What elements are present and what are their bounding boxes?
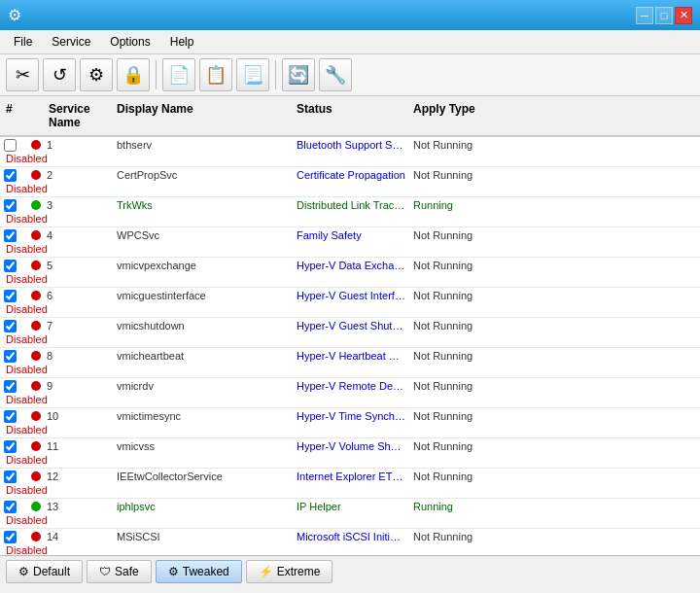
row-checkbox[interactable] (4, 260, 17, 272)
row-checkbox-cell (2, 169, 31, 182)
row-checkbox-cell (2, 380, 31, 393)
row-checkbox[interactable] (4, 139, 17, 152)
row-checkbox[interactable] (4, 320, 17, 332)
menu-item-options[interactable]: Options (100, 32, 159, 52)
row-apply-type: Disabled (2, 393, 31, 406)
config-icon: 🔧 (325, 64, 346, 86)
row-checkbox-cell (2, 290, 31, 302)
row-status-text: Not Running (409, 259, 507, 272)
table-row: 2CertPropSvcCertificate PropagationNot R… (0, 167, 700, 197)
doc2-button[interactable]: 📋 (199, 58, 232, 91)
row-number: 14 (45, 530, 113, 543)
table-row: 7vmicshutdownHyper-V Guest Shutdown Serv… (0, 318, 700, 348)
row-service-name: vmicvpexchange (113, 259, 293, 272)
menu-item-help[interactable]: Help (160, 32, 204, 52)
row-display-name: Bluetooth Support Service (293, 138, 409, 152)
row-checkbox[interactable] (4, 290, 17, 302)
row-apply-type: Disabled (2, 483, 31, 497)
stopped-dot (31, 230, 41, 240)
row-service-name: IEEtwCollectorService (113, 470, 293, 483)
row-number: 12 (45, 470, 113, 483)
sync-button[interactable]: 🔄 (282, 58, 315, 91)
row-service-name: vmicrdv (113, 379, 293, 393)
row-status-text: Not Running (409, 439, 507, 453)
row-status-dot (31, 261, 45, 270)
row-display-name: Hyper-V Heartbeat Service (293, 349, 409, 363)
table-body[interactable]: 1bthservBluetooth Support ServiceNot Run… (0, 137, 700, 555)
default-icon: ⚙ (18, 565, 29, 578)
doc1-icon: 📄 (168, 64, 190, 86)
table-row: 6vmicguestinterfaceHyper-V Guest Interfa… (0, 288, 700, 318)
menu-item-file[interactable]: File (4, 32, 42, 52)
tweaked-button[interactable]: ⚙Tweaked (156, 560, 242, 583)
row-display-name: Family Safety (293, 228, 409, 242)
settings-button[interactable]: ⚙ (80, 58, 113, 91)
remove-button[interactable]: ✂ (6, 58, 39, 91)
row-number: 10 (45, 409, 113, 423)
row-apply-type: Disabled (2, 543, 31, 555)
doc1-button[interactable]: 📄 (162, 58, 195, 91)
toolbar-separator-1 (156, 60, 157, 89)
row-checkbox[interactable] (4, 350, 17, 363)
row-apply-type: Disabled (2, 423, 31, 436)
extreme-button[interactable]: ⚡Extreme (246, 560, 333, 583)
col-header-2: Service Name (45, 100, 113, 131)
col-header-0: # (2, 100, 31, 131)
row-checkbox[interactable] (4, 229, 17, 242)
row-checkbox[interactable] (4, 531, 17, 543)
row-service-name: CertPropSvc (113, 168, 293, 182)
default-button[interactable]: ⚙Default (6, 560, 83, 583)
close-button[interactable]: ✕ (675, 7, 692, 24)
row-checkbox-cell (2, 199, 31, 212)
row-status-dot (31, 230, 45, 240)
table-row: 8vmicheartbeatHyper-V Heartbeat ServiceN… (0, 348, 700, 378)
menu-item-service[interactable]: Service (42, 32, 100, 52)
row-status-dot (31, 441, 45, 451)
row-apply-type: Disabled (2, 212, 31, 226)
maximize-button[interactable]: □ (655, 7, 673, 24)
row-apply-type: Disabled (2, 302, 31, 316)
row-display-name: Hyper-V Guest Interface Service (293, 289, 409, 302)
tweaked-icon: ⚙ (168, 565, 179, 578)
row-checkbox[interactable] (4, 380, 17, 393)
app-icon: ⚙ (8, 6, 21, 24)
row-number: 3 (45, 198, 113, 212)
refresh-button[interactable]: ↺ (43, 58, 76, 91)
table-row: 9vmicrdvHyper-V Remote Desktop Virtu...N… (0, 378, 700, 408)
row-checkbox[interactable] (4, 199, 17, 212)
row-checkbox[interactable] (4, 169, 17, 182)
row-status-dot (31, 291, 45, 300)
row-checkbox[interactable] (4, 471, 17, 483)
config-button[interactable]: 🔧 (319, 58, 352, 91)
row-status-dot (31, 321, 45, 331)
running-dot (31, 200, 41, 210)
row-checkbox[interactable] (4, 501, 17, 513)
doc3-button[interactable]: 📃 (236, 58, 269, 91)
lock-button[interactable]: 🔒 (117, 58, 150, 91)
row-service-name: MSiSCSI (113, 530, 293, 543)
row-checkbox-cell (2, 531, 31, 543)
row-checkbox[interactable] (4, 410, 17, 423)
row-display-name: Hyper-V Guest Shutdown Service (293, 319, 409, 332)
table-row: 13iphlpsvcIP HelperRunningDisabled (0, 499, 700, 529)
row-apply-type: Disabled (2, 152, 31, 165)
row-display-name: IP Helper (293, 500, 409, 513)
row-checkbox-cell (2, 139, 31, 152)
main-content: #Service NameDisplay NameStatusApply Typ… (0, 96, 700, 555)
row-checkbox-cell (2, 350, 31, 363)
row-status-dot (31, 170, 45, 180)
minimize-button[interactable]: ─ (636, 7, 653, 24)
safe-button[interactable]: 🛡Safe (87, 560, 152, 583)
row-checkbox[interactable] (4, 440, 17, 453)
row-apply-type: Disabled (2, 242, 31, 256)
col-header-1 (31, 100, 45, 131)
row-service-name: bthserv (113, 138, 293, 152)
row-checkbox-cell (2, 410, 31, 423)
row-checkbox-cell (2, 260, 31, 272)
row-status-dot (31, 471, 45, 481)
stopped-dot (31, 532, 41, 541)
row-display-name: Hyper-V Data Exchange Service (293, 259, 409, 272)
row-checkbox-cell (2, 501, 31, 513)
stopped-dot (31, 381, 41, 391)
row-status-text: Not Running (409, 168, 507, 182)
